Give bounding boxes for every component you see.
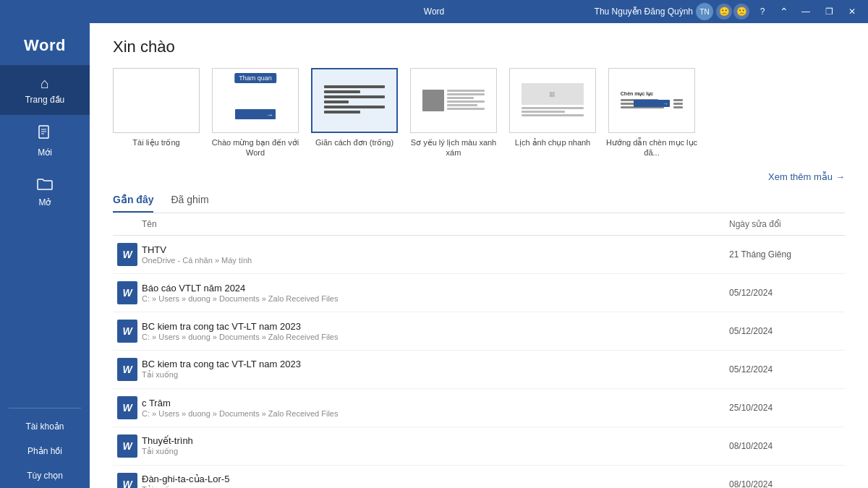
resume-right: [447, 90, 485, 111]
template-label-photo: Lịch ảnh chụp nhanh: [515, 137, 590, 147]
content-area: Xin chào Tài liệu trống Tham quan → Chào…: [90, 23, 868, 488]
template-blank[interactable]: Tài liệu trống: [113, 68, 200, 147]
template-simple[interactable]: Giãn cách đơn (trống): [311, 68, 398, 147]
sidebar-item-home[interactable]: ⌂ Trang đầu: [0, 65, 90, 115]
sidebar-divider: [9, 408, 81, 408]
file-row[interactable]: Báo cáo VTLT năm 2024 C: » Users » duong…: [113, 274, 845, 312]
toc-arrow: →: [634, 100, 670, 107]
reaction-icons: 🙂 🙁: [716, 4, 749, 20]
file-info: Báo cáo VTLT năm 2024 C: » Users » duong…: [142, 283, 729, 303]
file-icon-wrap: [113, 473, 142, 488]
see-more-label: Xem thêm mẫu: [768, 171, 833, 182]
file-info: Thuyết-trình Tải xuống: [142, 435, 729, 456]
template-tour[interactable]: Tham quan → Chào mừng bạn đến với Word: [208, 68, 302, 158]
tabs-row: Gần đây Đã ghim: [113, 194, 845, 213]
file-row[interactable]: BC kiem tra cong tac VT-LT nam 2023 C: »…: [113, 312, 845, 351]
welcome-title: Xin chào: [113, 38, 845, 56]
sidebar-item-options[interactable]: Tùy chọn: [0, 463, 90, 488]
sidebar-bottom: Tài khoản Phản hồi Tùy chọn: [0, 402, 90, 488]
minimize-button[interactable]: —: [796, 4, 816, 20]
happy-icon[interactable]: 🙂: [716, 4, 732, 20]
home-icon: ⌂: [41, 75, 49, 92]
resume-left: [422, 90, 444, 111]
template-thumb-resume: [410, 68, 497, 133]
file-info: THTV OneDrive - Cá nhân » Máy tính: [142, 244, 729, 265]
toc-layout: Chèn mục lục: [618, 88, 686, 113]
tab-pinned[interactable]: Đã ghim: [171, 194, 208, 213]
template-photo[interactable]: ▦ Lịch ảnh chụp nhanh: [509, 68, 596, 147]
sidebar-item-new[interactable]: Mới: [0, 115, 90, 168]
template-thumb-tour: Tham quan →: [212, 68, 299, 133]
sidebar-item-new-label: Mới: [38, 147, 52, 158]
see-more-arrow-icon: →: [835, 171, 845, 182]
title-bar-controls: Thu Nguyễn Đăng Quỳnh TN 🙂 🙁 ? ⌃ — ❐ ✕: [595, 3, 862, 20]
file-row[interactable]: THTV OneDrive - Cá nhân » Máy tính 21 Th…: [113, 236, 845, 274]
file-icon-wrap: [113, 281, 142, 304]
file-icon-wrap: [113, 243, 142, 266]
template-toc[interactable]: Chèn mục lục: [605, 68, 699, 158]
file-name: THTV: [142, 244, 729, 255]
restore-button[interactable]: ❐: [819, 4, 839, 20]
sad-icon[interactable]: 🙁: [733, 4, 749, 20]
templates-row: Tài liệu trống Tham quan → Chào mừng bạn…: [113, 68, 845, 164]
file-list: THTV OneDrive - Cá nhân » Máy tính 21 Th…: [113, 236, 845, 488]
help-button[interactable]: ?: [752, 4, 773, 20]
template-thumb-toc: Chèn mục lục: [608, 68, 695, 133]
file-path: C: » Users » duong » Documents » Zalo Re…: [142, 333, 729, 341]
file-list-header: Tên Ngày sửa đổi: [113, 213, 845, 236]
sidebar-item-open[interactable]: Mở: [0, 168, 90, 218]
content-inner: Xin chào Tài liệu trống Tham quan → Chào…: [90, 23, 868, 488]
simple-lines: [321, 82, 388, 119]
file-name: Thuyết-trình: [142, 435, 729, 446]
word-doc-icon: [117, 473, 137, 488]
file-name: Báo cáo VTLT năm 2024: [142, 283, 729, 294]
file-date: 05/12/2024: [729, 364, 845, 374]
template-label-tour: Chào mừng bạn đến với Word: [208, 137, 302, 158]
col-header-name: Tên: [113, 219, 729, 229]
file-row[interactable]: BC kiem tra cong tac VT-LT nam 2023 Tải …: [113, 351, 845, 389]
user-name: Thu Nguyễn Đăng Quỳnh: [595, 7, 693, 17]
see-more-row: Xem thêm mẫu →: [113, 171, 845, 182]
file-name: c Trâm: [142, 398, 729, 408]
file-name: BC kiem tra cong tac VT-LT nam 2023: [142, 321, 729, 332]
user-info: Thu Nguyễn Đăng Quỳnh TN: [595, 3, 713, 20]
template-label-simple: Giãn cách đơn (trống): [315, 137, 393, 147]
resume-layout: [420, 87, 488, 114]
photo-layout: ▦: [519, 80, 587, 121]
word-doc-icon: [117, 243, 137, 266]
template-label-blank: Tài liệu trống: [132, 137, 179, 147]
sidebar-item-home-label: Trang đầu: [25, 95, 65, 105]
tham-quan-badge: Tham quan: [234, 73, 276, 83]
sidebar-logo: Word: [0, 23, 90, 65]
tab-recent[interactable]: Gần đây: [113, 194, 153, 213]
file-row[interactable]: Thuyết-trình Tải xuống 08/10/2024: [113, 427, 845, 466]
new-doc-icon: [38, 125, 52, 145]
word-doc-icon: [117, 358, 137, 381]
file-row[interactable]: Đàn-ghi-ta-của-Lor-5 Tải xuống 08/10/202…: [113, 466, 845, 488]
tham-quan-arrow: →: [235, 109, 276, 119]
title-bar: Word Thu Nguyễn Đăng Quỳnh TN 🙂 🙁 ? ⌃ — …: [0, 0, 868, 23]
app-title: Word: [424, 7, 444, 17]
file-date: 08/10/2024: [729, 479, 845, 488]
file-name: BC kiem tra cong tac VT-LT nam 2023: [142, 359, 729, 369]
file-date: 08/10/2024: [729, 441, 845, 451]
folder-icon: [37, 178, 53, 194]
file-path: C: » Users » duong » Documents » Zalo Re…: [142, 294, 729, 303]
template-resume[interactable]: Sơ yếu lý lịch màu xanh xám: [407, 68, 501, 158]
file-date: 05/12/2024: [729, 326, 845, 336]
word-doc-icon: [117, 281, 137, 304]
file-row[interactable]: c Trâm C: » Users » duong » Documents » …: [113, 389, 845, 427]
main-layout: Word ⌂ Trang đầu Mới Mở: [0, 23, 868, 488]
template-thumb-blank: [113, 68, 200, 133]
template-label-resume: Sơ yếu lý lịch màu xanh xám: [407, 137, 501, 158]
file-icon-wrap: [113, 320, 142, 343]
file-path: Tải xuống: [142, 485, 729, 488]
word-doc-icon: [117, 396, 137, 419]
see-more-link[interactable]: Xem thêm mẫu →: [768, 171, 845, 182]
ribbon-toggle-button[interactable]: ⌃: [775, 4, 793, 20]
file-info: c Trâm C: » Users » duong » Documents » …: [142, 398, 729, 418]
sidebar-item-account[interactable]: Tài khoản: [0, 414, 90, 439]
word-doc-icon: [117, 320, 137, 343]
close-button[interactable]: ✕: [842, 4, 862, 20]
sidebar-item-feedback[interactable]: Phản hồi: [0, 439, 90, 463]
